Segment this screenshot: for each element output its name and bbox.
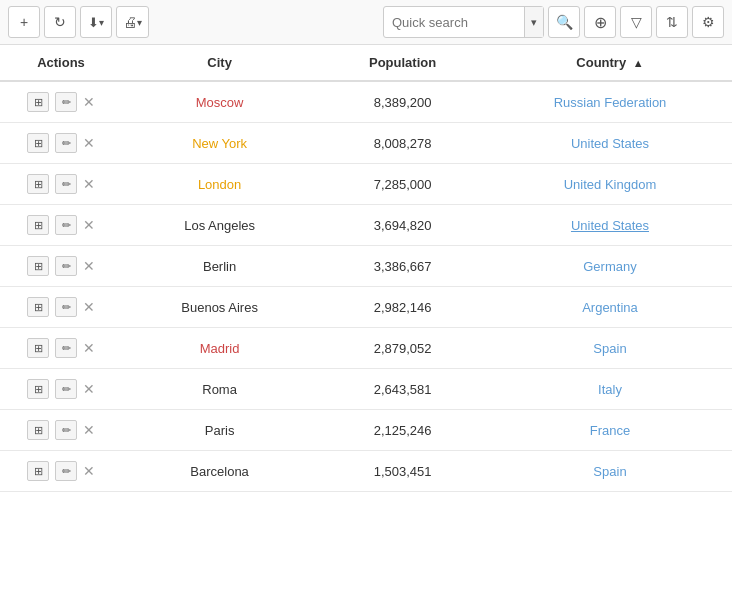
view-button[interactable]: ⊞ bbox=[27, 461, 49, 481]
country-cell[interactable]: United States bbox=[488, 123, 732, 164]
delete-button[interactable]: ✕ bbox=[83, 340, 95, 356]
delete-button[interactable]: ✕ bbox=[83, 258, 95, 274]
country-cell[interactable]: Spain bbox=[488, 328, 732, 369]
edit-button[interactable]: ✏ bbox=[55, 420, 77, 440]
country-cell[interactable]: Russian Federation bbox=[488, 81, 732, 123]
delete-button[interactable]: ✕ bbox=[83, 299, 95, 315]
export-button[interactable]: ⬇ ▾ bbox=[80, 6, 112, 38]
view-icon: ⊞ bbox=[34, 178, 43, 191]
actions-cell: ⊞ ✏ ✕ bbox=[0, 328, 122, 369]
country-link[interactable]: United States bbox=[571, 218, 649, 233]
edit-button[interactable]: ✏ bbox=[55, 297, 77, 317]
refresh-button[interactable]: ↻ bbox=[44, 6, 76, 38]
sort-button[interactable]: ⇅ bbox=[656, 6, 688, 38]
country-link[interactable]: France bbox=[590, 423, 630, 438]
view-button[interactable]: ⊞ bbox=[27, 133, 49, 153]
delete-button[interactable]: ✕ bbox=[83, 176, 95, 192]
view-icon: ⊞ bbox=[34, 424, 43, 437]
delete-button[interactable]: ✕ bbox=[83, 381, 95, 397]
population-cell: 2,879,052 bbox=[317, 328, 488, 369]
delete-button[interactable]: ✕ bbox=[83, 217, 95, 233]
view-button[interactable]: ⊞ bbox=[27, 256, 49, 276]
country-link[interactable]: Spain bbox=[593, 464, 626, 479]
country-link[interactable]: United Kingdom bbox=[564, 177, 657, 192]
actions-cell: ⊞ ✏ ✕ bbox=[0, 164, 122, 205]
delete-icon: ✕ bbox=[83, 217, 95, 233]
table-row: ⊞ ✏ ✕ Los Angeles3,694,820United States bbox=[0, 205, 732, 246]
toolbar: + ↻ ⬇ ▾ 🖨 ▾ ▾ 🔍 ⊕ ▽ ⇅ ⚙ bbox=[0, 0, 732, 45]
view-button[interactable]: ⊞ bbox=[27, 174, 49, 194]
edit-icon: ✏ bbox=[62, 342, 71, 355]
country-cell[interactable]: Spain bbox=[488, 451, 732, 492]
population-cell: 2,982,146 bbox=[317, 287, 488, 328]
population-cell: 1,503,451 bbox=[317, 451, 488, 492]
city-cell: Roma bbox=[122, 369, 317, 410]
population-cell: 3,694,820 bbox=[317, 205, 488, 246]
table-row: ⊞ ✏ ✕ Moscow8,389,200Russian Federation bbox=[0, 81, 732, 123]
view-button[interactable]: ⊞ bbox=[27, 420, 49, 440]
add-button[interactable]: + bbox=[8, 6, 40, 38]
view-button[interactable]: ⊞ bbox=[27, 379, 49, 399]
city-name: Barcelona bbox=[190, 464, 249, 479]
search-input[interactable] bbox=[384, 15, 524, 30]
population-cell: 2,125,246 bbox=[317, 410, 488, 451]
edit-button[interactable]: ✏ bbox=[55, 92, 77, 112]
delete-icon: ✕ bbox=[83, 135, 95, 151]
country-cell[interactable]: Argentina bbox=[488, 287, 732, 328]
edit-button[interactable]: ✏ bbox=[55, 215, 77, 235]
delete-icon: ✕ bbox=[83, 176, 95, 192]
edit-icon: ✏ bbox=[62, 465, 71, 478]
delete-button[interactable]: ✕ bbox=[83, 463, 95, 479]
edit-button[interactable]: ✏ bbox=[55, 379, 77, 399]
table-row: ⊞ ✏ ✕ Paris2,125,246France bbox=[0, 410, 732, 451]
population-cell: 8,008,278 bbox=[317, 123, 488, 164]
view-button[interactable]: ⊞ bbox=[27, 297, 49, 317]
country-link[interactable]: United States bbox=[571, 136, 649, 151]
delete-button[interactable]: ✕ bbox=[83, 135, 95, 151]
edit-button[interactable]: ✏ bbox=[55, 174, 77, 194]
print-icon: 🖨 bbox=[123, 14, 137, 30]
edit-icon: ✏ bbox=[62, 301, 71, 314]
country-cell[interactable]: Italy bbox=[488, 369, 732, 410]
edit-button[interactable]: ✏ bbox=[55, 133, 77, 153]
delete-button[interactable]: ✕ bbox=[83, 94, 95, 110]
table-row: ⊞ ✏ ✕ London7,285,000United Kingdom bbox=[0, 164, 732, 205]
edit-icon: ✏ bbox=[62, 260, 71, 273]
edit-icon: ✏ bbox=[62, 219, 71, 232]
country-cell[interactable]: France bbox=[488, 410, 732, 451]
view-button[interactable]: ⊞ bbox=[27, 92, 49, 112]
country-link[interactable]: Italy bbox=[598, 382, 622, 397]
country-link[interactable]: Russian Federation bbox=[554, 95, 667, 110]
view-icon: ⊞ bbox=[34, 260, 43, 273]
population-cell: 3,386,667 bbox=[317, 246, 488, 287]
edit-button[interactable]: ✏ bbox=[55, 256, 77, 276]
filter-button[interactable]: ▽ bbox=[620, 6, 652, 38]
country-link[interactable]: Germany bbox=[583, 259, 636, 274]
table-row: ⊞ ✏ ✕ Buenos Aires2,982,146Argentina bbox=[0, 287, 732, 328]
view-button[interactable]: ⊞ bbox=[27, 338, 49, 358]
table-row: ⊞ ✏ ✕ Berlin3,386,667Germany bbox=[0, 246, 732, 287]
header-country[interactable]: Country ▲ bbox=[488, 45, 732, 81]
city-name: New York bbox=[192, 136, 247, 151]
city-name: Los Angeles bbox=[184, 218, 255, 233]
delete-icon: ✕ bbox=[83, 340, 95, 356]
country-cell[interactable]: United States bbox=[488, 205, 732, 246]
settings-button[interactable]: ⚙ bbox=[692, 6, 724, 38]
city-cell: Los Angeles bbox=[122, 205, 317, 246]
search2-button[interactable]: ⊕ bbox=[584, 6, 616, 38]
country-link[interactable]: Spain bbox=[593, 341, 626, 356]
city-name: Moscow bbox=[196, 95, 244, 110]
country-cell[interactable]: United Kingdom bbox=[488, 164, 732, 205]
print-button[interactable]: 🖨 ▾ bbox=[116, 6, 149, 38]
search-button[interactable]: 🔍 bbox=[548, 6, 580, 38]
view-button[interactable]: ⊞ bbox=[27, 215, 49, 235]
edit-button[interactable]: ✏ bbox=[55, 461, 77, 481]
search-wrapper: ▾ bbox=[383, 6, 544, 38]
search-dropdown-button[interactable]: ▾ bbox=[524, 7, 543, 37]
population-cell: 2,643,581 bbox=[317, 369, 488, 410]
delete-button[interactable]: ✕ bbox=[83, 422, 95, 438]
city-cell: Madrid bbox=[122, 328, 317, 369]
country-link[interactable]: Argentina bbox=[582, 300, 638, 315]
country-cell[interactable]: Germany bbox=[488, 246, 732, 287]
edit-button[interactable]: ✏ bbox=[55, 338, 77, 358]
